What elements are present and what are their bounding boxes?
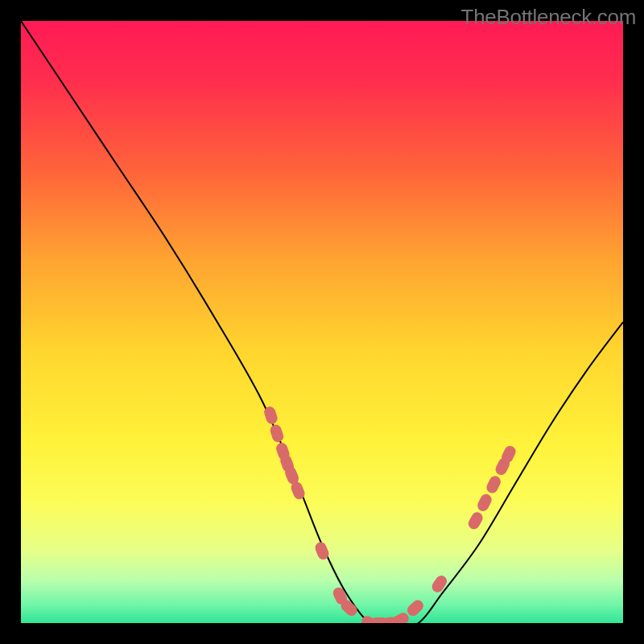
bottleneck-chart bbox=[21, 21, 623, 623]
watermark-text: TheBottleneck.com bbox=[461, 5, 636, 30]
chart-svg bbox=[21, 21, 623, 623]
chart-background-gradient bbox=[21, 21, 623, 623]
